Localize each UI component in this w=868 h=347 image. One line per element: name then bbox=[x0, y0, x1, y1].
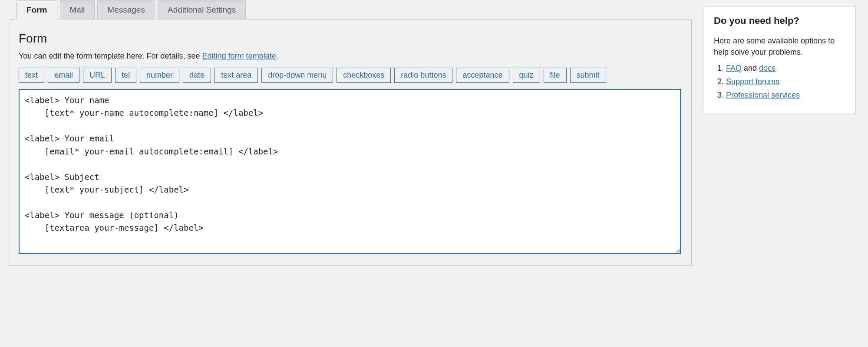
help-title: Do you need help? bbox=[714, 15, 846, 26]
help-list: FAQ and docsSupport forumsProfessional s… bbox=[714, 64, 846, 100]
tag-button-date[interactable]: date bbox=[183, 68, 211, 83]
help-link[interactable]: FAQ bbox=[726, 64, 742, 72]
form-panel: Form You can edit the form template here… bbox=[8, 19, 692, 266]
description-suffix: . bbox=[276, 52, 278, 60]
tab-bar: FormMailMessagesAdditional Settings bbox=[17, 0, 692, 19]
tab-additional-settings[interactable]: Additional Settings bbox=[158, 0, 246, 20]
tag-button-url[interactable]: URL bbox=[83, 68, 112, 83]
help-intro: Here are some available options to help … bbox=[714, 35, 846, 58]
tag-button-radio-buttons[interactable]: radio buttons bbox=[394, 68, 452, 83]
help-item: Support forums bbox=[726, 77, 846, 86]
tag-button-checkboxes[interactable]: checkboxes bbox=[337, 68, 391, 83]
tag-button-text[interactable]: text bbox=[19, 68, 44, 83]
help-sidebar: Do you need help? Here are some availabl… bbox=[704, 6, 856, 113]
help-link[interactable]: Support forums bbox=[726, 77, 779, 86]
panel-description: You can edit the form template here. For… bbox=[19, 52, 681, 61]
tab-mail[interactable]: Mail bbox=[60, 0, 95, 20]
tag-button-drop-down-menu[interactable]: drop-down menu bbox=[261, 68, 333, 83]
tag-button-email[interactable]: email bbox=[48, 68, 79, 83]
editing-form-template-link[interactable]: Editing form template bbox=[202, 52, 276, 60]
help-item: Professional services bbox=[726, 91, 846, 100]
help-link[interactable]: docs bbox=[759, 64, 776, 72]
tab-messages[interactable]: Messages bbox=[97, 0, 155, 20]
tag-button-file[interactable]: file bbox=[544, 68, 567, 83]
tag-button-text-area[interactable]: text area bbox=[215, 68, 258, 83]
description-text: You can edit the form template here. For… bbox=[19, 52, 202, 60]
tag-generator-row: textemailURLtelnumberdatetext areadrop-d… bbox=[19, 68, 681, 83]
form-template-textarea[interactable] bbox=[19, 89, 681, 254]
tag-button-tel[interactable]: tel bbox=[115, 68, 136, 83]
tag-button-number[interactable]: number bbox=[140, 68, 179, 83]
panel-heading: Form bbox=[19, 32, 681, 46]
help-link[interactable]: Professional services bbox=[726, 91, 800, 99]
tag-button-quiz[interactable]: quiz bbox=[513, 68, 540, 83]
tag-button-submit[interactable]: submit bbox=[570, 68, 606, 83]
tab-form[interactable]: Form bbox=[17, 0, 57, 20]
help-text: and bbox=[742, 64, 759, 72]
tag-button-acceptance[interactable]: acceptance bbox=[456, 68, 509, 83]
help-item: FAQ and docs bbox=[726, 64, 846, 73]
